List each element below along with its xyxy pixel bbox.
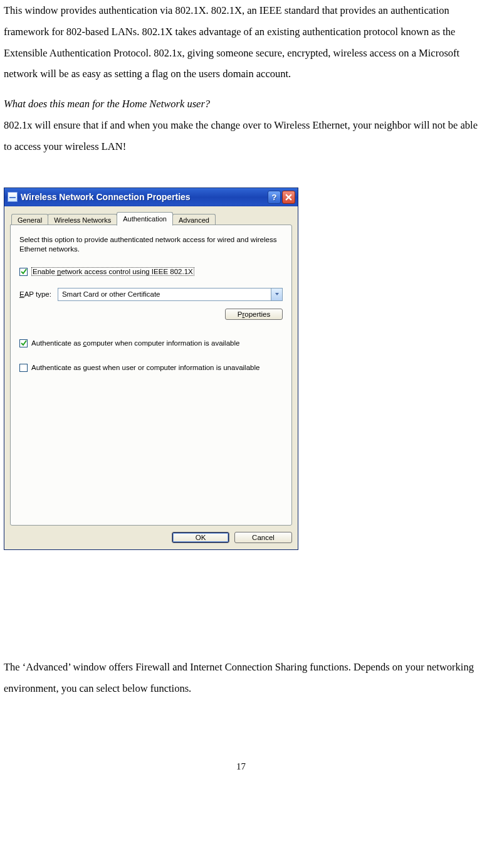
eap-type-value: Smart Card or other Certificate: [58, 290, 271, 298]
dropdown-arrow[interactable]: [271, 288, 282, 300]
help-button[interactable]: ?: [268, 191, 281, 204]
cancel-button[interactable]: Cancel: [234, 532, 292, 543]
tab-authentication[interactable]: Authentication: [117, 212, 173, 226]
check-icon: [21, 340, 27, 346]
enable-8021x-checkbox[interactable]: [19, 268, 28, 276]
network-icon: [8, 192, 18, 202]
auth-as-guest-checkbox[interactable]: [19, 364, 28, 372]
check-icon: [21, 268, 27, 275]
auth-as-guest-label: Authenticate as guest when user or compu…: [31, 363, 259, 373]
properties-button[interactable]: Properties: [225, 309, 283, 320]
tab-strip: General Wireless Networks Authentication…: [10, 211, 292, 225]
paragraph-intro: This window provides authentication via …: [4, 0, 478, 85]
titlebar[interactable]: Wireless Network Connection Properties ?: [4, 188, 298, 206]
window-title: Wireless Network Connection Properties: [21, 192, 268, 202]
paragraph-advanced: The ‘Advanced’ window offers Firewall an…: [4, 657, 478, 699]
chevron-down-icon: [275, 292, 280, 297]
paragraph-answer: 802.1x will ensure that if and when you …: [4, 115, 478, 157]
tab-page-authentication: Select this option to provide authentica…: [10, 225, 292, 526]
eap-type-select[interactable]: Smart Card or other Certificate: [58, 288, 283, 301]
page-number: 17: [4, 761, 478, 772]
dialog-window: Wireless Network Connection Properties ?…: [4, 188, 298, 550]
auth-as-computer-label: Authenticate as computer when computer i…: [31, 339, 239, 348]
close-icon: [285, 194, 292, 201]
auth-as-computer-checkbox[interactable]: [19, 339, 28, 347]
heading-question: What does this mean for the Home Network…: [4, 93, 478, 115]
close-button[interactable]: [282, 191, 295, 204]
eap-type-label: EAP type:: [19, 290, 51, 298]
enable-8021x-label: Enable network access control using IEEE…: [31, 267, 194, 277]
ok-button[interactable]: OK: [172, 532, 229, 543]
auth-description: Select this option to provide authentica…: [19, 235, 283, 255]
